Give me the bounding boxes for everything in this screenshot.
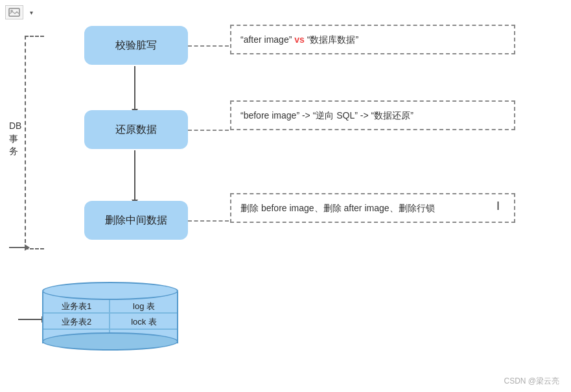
connector3 (188, 220, 229, 222)
arrow2 (134, 150, 135, 201)
db-to-bracket-arrow (9, 247, 26, 248)
watermark: CSDN @梁云亮 (504, 376, 559, 387)
db-cylinder-container: 业务表1 业务表2 log 表 lock 表 (42, 282, 178, 360)
flow-box-validate: 校验脏写 (84, 26, 188, 65)
toolbar-dropdown-arrow[interactable]: ▾ (26, 5, 36, 19)
table-biz1-label: 业务表1 (62, 301, 91, 312)
toolbar: ▾ (5, 5, 36, 19)
desc-box-1: “after image” vs “数据库数据” (230, 25, 515, 54)
flow-box-delete: 删除中间数据 (84, 201, 188, 240)
watermark-text: CSDN @梁云亮 (504, 376, 559, 386)
db-in-arrow (18, 319, 43, 320)
bracket-vertical-line (25, 36, 26, 249)
image-icon-button[interactable] (5, 5, 23, 19)
flow-box-restore-label: 还原数据 (115, 123, 157, 137)
table-lock-label: lock 表 (131, 316, 157, 328)
db-label: DB 事 务 (9, 120, 21, 158)
table-biz2: 业务表2 (45, 316, 108, 329)
desc1-db-data: “数据库数据” (307, 34, 358, 45)
desc-box-3: 删除 before image、删除 after image、删除行锁 (230, 193, 515, 223)
grid-h2 (43, 329, 177, 330)
cyl-top (42, 282, 178, 300)
desc2-text: “before image” -> “逆向 SQL” -> “数据还原” (240, 110, 414, 121)
desc1-after-image: “after image” (240, 34, 292, 45)
connector2 (188, 130, 229, 131)
flow-box-validate-label: 校验脏写 (115, 39, 157, 52)
arrow1 (134, 66, 135, 110)
table-lock: lock 表 (111, 316, 176, 329)
bracket-top-line (25, 36, 44, 37)
db-diagram: 业务表1 业务表2 log 表 lock 表 (42, 282, 198, 366)
table-biz2-label: 业务表2 (62, 316, 91, 328)
table-log: log 表 (111, 300, 176, 313)
desc-box-2: “before image” -> “逆向 SQL” -> “数据还原” (230, 100, 515, 130)
flow-box-delete-label: 删除中间数据 (105, 214, 167, 227)
flow-box-restore: 还原数据 (84, 110, 188, 149)
desc1-vs: vs (294, 34, 305, 45)
main-container: ▾ DB 事 务 校验脏写 还原数据 删除中间数据 “after image” … (0, 0, 571, 392)
cyl-bottom (42, 332, 178, 351)
grid-v1 (109, 300, 110, 332)
cursor-ibeam: I (496, 200, 500, 213)
connector1 (188, 45, 229, 47)
table-log-label: log 表 (133, 301, 155, 312)
desc3-text: 删除 before image、删除 after image、删除行锁 (240, 203, 435, 213)
table-biz1: 业务表1 (45, 300, 108, 313)
desc1-text: “after image” vs “数据库数据” (240, 34, 358, 45)
